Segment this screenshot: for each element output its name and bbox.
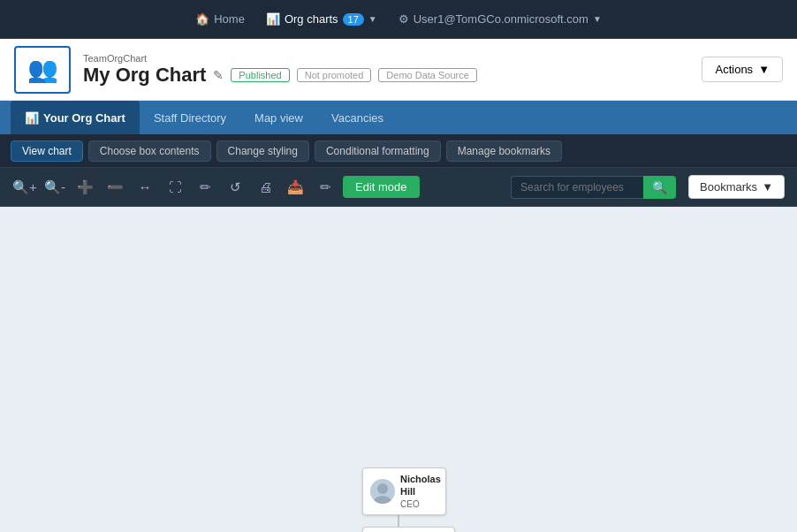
- edit-mode-button[interactable]: Edit mode: [343, 176, 420, 198]
- expand-btn[interactable]: ⛶: [163, 175, 187, 200]
- node-ruby-stream[interactable]: Ruby Stream Team Assistant: [362, 527, 455, 532]
- nav-user[interactable]: ⚙ User1@TomGCo.onmicrosoft.com ▼: [398, 12, 602, 26]
- bookmarks-button[interactable]: Bookmarks ▼: [688, 175, 785, 199]
- actions-dropdown-icon: ▼: [758, 63, 770, 76]
- org-chart-tab-icon: 📊: [25, 111, 39, 125]
- tab-vacancies[interactable]: Vacancies: [317, 101, 398, 134]
- search-button[interactable]: 🔍: [643, 176, 676, 199]
- user-dropdown-icon[interactable]: ▼: [593, 14, 602, 24]
- view-chart-btn[interactable]: View chart: [11, 141, 83, 162]
- draw-btn[interactable]: ✏: [193, 175, 217, 200]
- org-charts-count: 17: [343, 13, 364, 26]
- add-btn[interactable]: ➕: [72, 175, 97, 200]
- tab-bar: 📊 Your Org Chart Staff Directory Map vie…: [0, 101, 797, 134]
- remove-btn[interactable]: ➖: [102, 175, 127, 200]
- export-btn[interactable]: 📥: [283, 175, 307, 200]
- change-styling-btn[interactable]: Change styling: [216, 141, 309, 162]
- chart-area: Nicholas Hill CEO Ruby Stream Team Assis…: [0, 207, 797, 532]
- settings-icon: ⚙: [398, 12, 409, 26]
- manage-bookmarks-btn[interactable]: Manage bookmarks: [446, 141, 562, 162]
- logo-box: 👥: [14, 46, 71, 94]
- edit-title-icon[interactable]: ✎: [213, 68, 224, 82]
- demo-badge: Demo Data Source: [378, 68, 477, 82]
- svg-point-13: [377, 483, 388, 494]
- conditional-formatting-btn[interactable]: Conditional formatting: [315, 141, 441, 162]
- toolbar: View chart Choose box contents Change st…: [0, 134, 797, 168]
- search-input[interactable]: [511, 176, 643, 199]
- nav-org-charts[interactable]: 📊 Org charts 17 ▼: [266, 12, 377, 26]
- chart-title: My Org Chart: [83, 64, 206, 87]
- tab-staff-directory[interactable]: Staff Directory: [140, 101, 240, 134]
- not-promoted-badge: Not promoted: [297, 68, 372, 82]
- pencil-btn[interactable]: ✏: [313, 175, 338, 200]
- zoom-out-btn[interactable]: 🔍-: [42, 175, 67, 200]
- refresh-btn[interactable]: ↺: [223, 175, 247, 200]
- org-name: TeamOrgChart: [83, 53, 689, 64]
- logo-icon: 👥: [27, 55, 58, 84]
- org-chart-icon: 📊: [266, 12, 280, 26]
- print-btn[interactable]: 🖨: [253, 175, 277, 200]
- header-info: TeamOrgChart My Org Chart ✎ Published No…: [83, 53, 689, 87]
- tab-your-org-chart[interactable]: 📊 Your Org Chart: [11, 101, 140, 134]
- header-title-row: My Org Chart ✎ Published Not promoted De…: [83, 64, 689, 87]
- org-chart: Nicholas Hill CEO Ruby Stream Team Assis…: [0, 207, 797, 532]
- choose-box-contents-btn[interactable]: Choose box contents: [88, 141, 211, 162]
- zoom-in-btn[interactable]: 🔍+: [12, 175, 37, 200]
- bookmarks-dropdown-icon: ▼: [762, 180, 773, 194]
- actions-button[interactable]: Actions ▼: [702, 57, 783, 82]
- home-icon: 🏠: [195, 12, 209, 26]
- avatar-nicholas-hill: [370, 479, 395, 504]
- nav-home[interactable]: 🏠 Home: [195, 12, 245, 26]
- tab-map-view[interactable]: Map view: [240, 101, 317, 134]
- node-nicholas-hill[interactable]: Nicholas Hill CEO: [362, 467, 446, 515]
- top-nav: 🏠 Home 📊 Org charts 17 ▼ ⚙ User1@TomGCo.…: [0, 0, 797, 39]
- org-charts-dropdown-icon[interactable]: ▼: [368, 14, 377, 24]
- move-btn[interactable]: ↔: [133, 175, 157, 200]
- svg-point-14: [374, 496, 391, 504]
- search-box: 🔍: [511, 176, 676, 199]
- controls-bar: 🔍+ 🔍- ➕ ➖ ↔ ⛶ ✏ ↺ 🖨 📥 ✏ Edit mode 🔍 Book…: [0, 168, 797, 207]
- published-badge: Published: [231, 68, 289, 82]
- header: 👥 TeamOrgChart My Org Chart ✎ Published …: [0, 39, 797, 101]
